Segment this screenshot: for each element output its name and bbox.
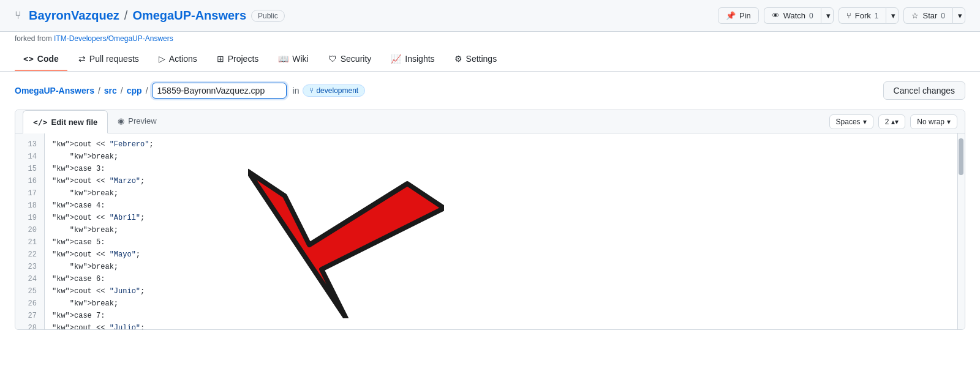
line-number: 15 [23,163,37,175]
nav-tabs: <> Code ⇄ Pull requests ▷ Actions ⊞ Proj… [0,48,980,72]
scrollbar-thumb[interactable] [959,138,963,175]
wrap-chevron-icon: ▾ [947,118,951,126]
repo-name-link[interactable]: OmegaUP-Answers [132,9,246,23]
watch-button[interactable]: 👁 Watch 0 [764,7,821,24]
breadcrumb-repo-link[interactable]: OmegaUP-Answers [15,86,94,95]
filename-input[interactable] [152,83,287,99]
repo-icon: ⑂ [15,9,21,22]
line-number: 14 [23,151,37,163]
code-line: "kw">case 6: [52,273,957,285]
code-area[interactable]: 13141516171819202122232425262728 "kw">co… [15,133,965,329]
scrollbar-track[interactable] [957,133,965,329]
star-count: 0 [941,12,945,20]
code-line: "kw">break; [52,151,957,163]
breadcrumb-sep1: / [98,86,100,95]
in-text: in [293,86,300,95]
pin-icon: 📌 [726,11,736,20]
code-line: "kw">break; [52,261,957,273]
pin-button[interactable]: 📌 Pin [718,7,759,24]
spaces-label: Spaces [836,118,861,126]
eye-icon: 👁 [772,11,780,20]
title-sep: / [124,9,128,23]
tab-actions-label: Actions [169,54,197,64]
pin-label: Pin [739,11,751,20]
fork-info: forked from ITM-Developers/OmegaUP-Answe… [0,32,980,43]
code-icon: <> [23,54,34,64]
fork-button[interactable]: ⑂ Fork 1 [839,7,886,24]
wrap-label: No wrap [917,118,944,126]
tab-security-label: Security [341,54,372,64]
breadcrumb: OmegaUP-Answers / src / cpp / in ⑂ devel… [15,83,365,99]
tab-projects[interactable]: ⊞ Projects [208,48,268,71]
top-actions: 📌 Pin 👁 Watch 0 ▾ ⑂ Fork 1 ▾ ☆ Star [718,7,965,24]
code-line: "kw">case 3: [52,163,957,175]
watch-count: 0 [809,12,813,20]
top-bar: ⑂ BayronVazquez / OmegaUP-Answers Public… [0,0,980,32]
line-number: 16 [23,175,37,187]
line-number: 19 [23,212,37,224]
code-line: "kw">cout << "Abril"; [52,212,957,224]
code-line: "kw">break; [52,187,957,200]
indent-chevron-icon: ▴▾ [891,118,899,126]
tab-security[interactable]: 🛡 Security [320,48,380,71]
star-icon: ☆ [911,11,919,20]
star-group: ☆ Star 0 ▾ [903,7,965,24]
spaces-select[interactable]: Spaces ▾ [829,114,873,129]
editor-controls: Spaces ▾ 2 ▴▾ No wrap ▾ [829,114,957,129]
tab-settings-label: Settings [466,54,497,64]
fork-dropdown-button[interactable]: ▾ [886,7,899,24]
indent-value: 2 [885,118,889,126]
edit-tab[interactable]: </> Edit new file [23,110,108,133]
preview-tab[interactable]: ◉ Preview [108,110,166,133]
tab-projects-label: Projects [228,54,259,64]
breadcrumb-src-link[interactable]: src [104,86,117,95]
owner-link[interactable]: BayronVazquez [29,9,119,23]
code-line: "kw">break; [52,224,957,236]
star-dropdown-button[interactable]: ▾ [952,7,965,24]
branch-icon: ⑂ [309,86,314,95]
star-label: Star [922,11,937,20]
preview-tab-label: Preview [128,116,156,125]
settings-icon: ⚙ [454,54,462,64]
fork-label: Fork [855,11,871,20]
code-content[interactable]: "kw">cout << "Febrero"; "kw">break;"kw">… [45,133,965,329]
projects-icon: ⊞ [217,54,224,64]
wrap-select[interactable]: No wrap ▾ [910,114,957,129]
tab-wiki[interactable]: 📖 Wiki [270,48,317,71]
watch-group: 👁 Watch 0 ▾ [764,7,834,24]
breadcrumb-cpp-link[interactable]: cpp [127,86,142,95]
fork-group: ⑂ Fork 1 ▾ [839,7,899,24]
tab-pull-requests[interactable]: ⇄ Pull requests [70,48,148,71]
repo-title: BayronVazquez / OmegaUP-Answers Public [29,9,285,23]
breadcrumb-bar: OmegaUP-Answers / src / cpp / in ⑂ devel… [0,72,980,110]
wiki-icon: 📖 [278,54,288,64]
editor-tabs: </> Edit new file ◉ Preview Spaces ▾ 2 ▴… [15,110,965,133]
watch-dropdown-button[interactable]: ▾ [821,7,834,24]
code-line: "kw">case 5: [52,236,957,249]
code-line: "kw">case 4: [52,200,957,212]
branch-badge: ⑂ development [303,84,365,97]
tab-code-label: Code [37,54,59,64]
edit-icon: </> [33,118,47,127]
tab-wiki-label: Wiki [292,54,308,64]
tab-insights[interactable]: 📈 Insights [382,48,443,71]
tab-settings[interactable]: ⚙ Settings [446,48,506,71]
editor-tab-list: </> Edit new file ◉ Preview [23,110,167,133]
code-line: "kw">cout << "Marzo"; [52,175,957,187]
breadcrumb-sep3: / [146,86,148,95]
star-button[interactable]: ☆ Star 0 [903,7,952,24]
actions-icon: ▷ [159,54,165,64]
cancel-changes-button[interactable]: Cancel changes [883,81,965,100]
tab-pull-requests-label: Pull requests [89,54,139,64]
line-number: 28 [23,322,37,329]
visibility-badge: Public [251,10,285,22]
tab-code[interactable]: <> Code [15,48,67,71]
edit-tab-label: Edit new file [51,118,97,127]
fork-source-link[interactable]: ITM-Developers/OmegaUP-Answers [54,34,173,43]
tab-actions[interactable]: ▷ Actions [150,48,206,71]
line-number: 26 [23,297,37,310]
indent-select[interactable]: 2 ▴▾ [878,114,906,129]
fork-count: 1 [875,12,879,20]
code-line: "kw">break; [52,297,957,310]
pull-requests-icon: ⇄ [78,54,86,64]
